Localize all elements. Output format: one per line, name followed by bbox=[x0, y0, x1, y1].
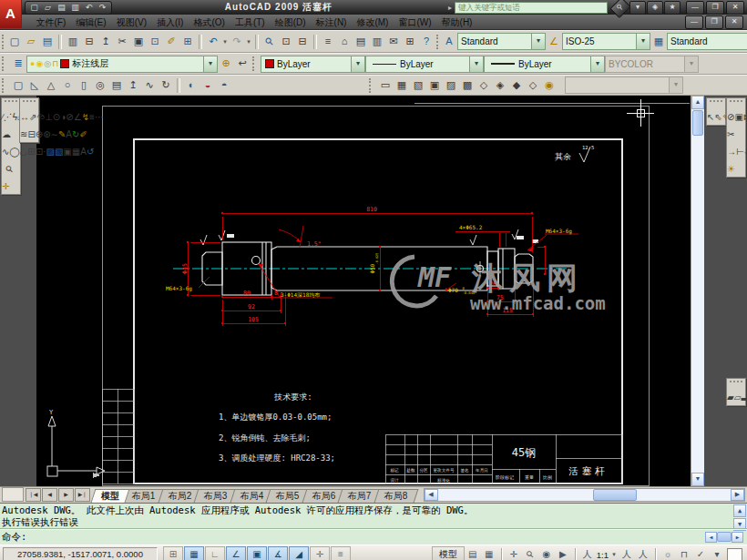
hscrollbar-thumb[interactable] bbox=[593, 489, 637, 501]
toolbar-lock-icon[interactable]: ⊓ bbox=[676, 547, 692, 560]
dim-arc-length-icon[interactable]: ◠ bbox=[36, 112, 45, 122]
toolbar-grip[interactable] bbox=[710, 100, 722, 106]
coordinate-display[interactable]: 27058.9381, -1517.0071, 0.0000 bbox=[3, 547, 158, 560]
tab-prev-button[interactable]: ◀ bbox=[42, 488, 57, 502]
xray-icon[interactable]: ◇ bbox=[525, 77, 541, 94]
dim-jogline-icon[interactable]: ∼ bbox=[51, 129, 58, 139]
scrollbar-thumb[interactable] bbox=[692, 110, 703, 136]
mirror-icon[interactable]: ⋈ bbox=[743, 112, 747, 122]
qnew-icon[interactable]: ▢ bbox=[27, 2, 41, 14]
annotation-visibility-icon[interactable]: 人 bbox=[619, 547, 635, 560]
linetype-combo[interactable]: ByLayer ▾ bbox=[365, 56, 484, 73]
subtract-icon[interactable]: ◒ bbox=[200, 77, 216, 94]
comm-center-icon[interactable]: ◈ bbox=[647, 1, 663, 15]
search-dropdown-icon[interactable]: ▾ bbox=[629, 1, 646, 15]
designcenter-icon[interactable]: ⌂ bbox=[336, 34, 353, 50]
create-camera-icon[interactable]: ◉ bbox=[541, 77, 558, 94]
text-style-icon[interactable]: A bbox=[441, 34, 457, 50]
tab-corner-box[interactable] bbox=[2, 487, 24, 502]
status-menu-arrow-icon[interactable]: ▾ bbox=[709, 547, 725, 560]
quick-view-layouts-icon[interactable]: ▤ bbox=[465, 547, 481, 560]
mtext-icon[interactable]: A bbox=[80, 147, 87, 157]
bring-to-front-icon[interactable]: ▰ bbox=[727, 392, 734, 402]
infocenter-search-input[interactable] bbox=[455, 2, 608, 14]
inspection-icon[interactable]: ⊛ bbox=[43, 129, 50, 139]
command-prompt-line[interactable]: 命令: ◀ ▶ bbox=[0, 528, 747, 545]
break-at-point-icon[interactable]: ⊢ bbox=[736, 147, 744, 157]
help-icon[interactable]: ? bbox=[418, 34, 435, 50]
menu-help[interactable]: 帮助(H) bbox=[436, 15, 477, 29]
menu-format[interactable]: 格式(O) bbox=[189, 15, 230, 29]
new-icon[interactable]: ▢ bbox=[6, 34, 23, 50]
toolbar-grip[interactable] bbox=[730, 100, 742, 106]
scroll-right-icon[interactable]: ▶ bbox=[731, 489, 744, 501]
region-icon[interactable]: ▣ bbox=[63, 147, 71, 157]
canvas-horizontal-scrollbar[interactable]: ◀ ▶ bbox=[424, 488, 746, 502]
copy-object-icon[interactable]: ▣ bbox=[734, 112, 742, 122]
dim-style-icon[interactable]: ✐ bbox=[79, 129, 87, 139]
otrack-toggle[interactable]: ∡ bbox=[268, 546, 288, 560]
menu-dimension[interactable]: 标注(N) bbox=[311, 15, 352, 29]
status-check-icon[interactable]: ✓ bbox=[692, 547, 709, 560]
hatch-icon[interactable]: ▨ bbox=[46, 147, 54, 157]
wedge-icon[interactable]: ◺ bbox=[26, 77, 43, 94]
dim-continue-icon[interactable]: ⋯ bbox=[95, 112, 104, 122]
minimize-button[interactable]: — bbox=[686, 1, 704, 15]
union-icon[interactable]: ◐ bbox=[183, 77, 200, 94]
vs-shaded-icon[interactable]: ▩ bbox=[459, 77, 476, 94]
vs-conceptual-icon[interactable]: ▨ bbox=[443, 77, 459, 94]
dim-style-combo[interactable]: ISO-25▾ bbox=[562, 33, 650, 50]
extrude-icon[interactable]: ↥ bbox=[125, 77, 141, 94]
canvas-vertical-scrollbar[interactable]: ▲ ▼ bbox=[691, 96, 704, 486]
scroll-down-icon[interactable]: ▼ bbox=[691, 473, 704, 486]
toolbar-grip[interactable] bbox=[252, 56, 258, 71]
doc-minimize-button[interactable]: — bbox=[685, 15, 703, 29]
dim-text-edit-icon[interactable]: A bbox=[66, 129, 72, 139]
revolve-icon[interactable]: ↻ bbox=[158, 77, 174, 94]
polar-toggle[interactable]: ∠ bbox=[226, 546, 246, 560]
plot-preview-icon[interactable]: ⊟ bbox=[81, 34, 97, 50]
ellipse-icon[interactable]: ◯ bbox=[9, 147, 19, 157]
tech-requirements[interactable]: 技术要求: 1、单边镀铬厚0.03-0.05mm; 2、锐角倒钝、去除毛刺; 3… bbox=[219, 392, 335, 463]
annotation-scale-arrow-icon[interactable]: ▾ bbox=[609, 547, 619, 560]
shadows-off-icon[interactable]: ◇ bbox=[476, 77, 492, 94]
lwt-toggle[interactable]: ≡ bbox=[331, 546, 351, 560]
snap-toggle[interactable]: ⊞ bbox=[163, 546, 183, 560]
infocenter-expand-icon[interactable]: ▸ bbox=[448, 4, 452, 12]
qopen-icon[interactable]: ▱ bbox=[41, 2, 55, 14]
command-window[interactable]: Autodesk DWG。 此文件上次由 Autodesk 应用程序或 Auto… bbox=[0, 503, 747, 545]
toolbar-grip[interactable] bbox=[2, 56, 7, 71]
matchprop-icon[interactable]: ✐ bbox=[163, 34, 179, 50]
intersect-icon[interactable]: ◓ bbox=[216, 77, 232, 94]
workspace-switch-icon[interactable]: ☼ bbox=[660, 547, 676, 560]
vs-realistic-icon[interactable]: ▣ bbox=[426, 77, 443, 94]
toolbar-grip[interactable] bbox=[2, 35, 4, 49]
menu-file[interactable]: 文件(F) bbox=[31, 15, 71, 29]
drawing-area[interactable]: Y bbox=[36, 96, 691, 486]
close-button[interactable]: ✕ bbox=[726, 1, 744, 15]
qplot-icon[interactable]: ▥ bbox=[68, 2, 82, 14]
dim-ordinate-icon[interactable]: ⊥ bbox=[45, 112, 53, 122]
table-style-combo[interactable]: Standard▾ bbox=[667, 33, 747, 50]
scroll-right-icon[interactable]: ▶ bbox=[732, 532, 743, 543]
make-block-icon[interactable]: ⊡ bbox=[36, 147, 43, 157]
trim-icon[interactable]: ✂ bbox=[727, 129, 734, 139]
redo-dropdown-icon[interactable]: ▾ bbox=[245, 34, 252, 50]
make-layer-current-icon[interactable]: ⊕ bbox=[218, 56, 234, 72]
sphere-icon[interactable]: ○ bbox=[59, 77, 76, 94]
redo-icon[interactable]: ↷ bbox=[229, 34, 245, 50]
combo-arrow-icon[interactable]: ▾ bbox=[351, 56, 364, 72]
save-icon[interactable]: ▤ bbox=[39, 34, 56, 50]
quick-view-drawings-icon[interactable]: ▦ bbox=[481, 547, 497, 560]
free-orbit-icon[interactable]: ↺ bbox=[87, 147, 94, 157]
tab-last-button[interactable]: ▶❘ bbox=[75, 488, 90, 502]
lineweight-combo[interactable]: ByLayer ▾ bbox=[484, 56, 605, 73]
toolbar-grip[interactable] bbox=[730, 381, 742, 386]
tool-palettes-icon[interactable]: ▤ bbox=[353, 34, 369, 50]
toolbar-grip[interactable] bbox=[23, 100, 36, 106]
combo-arrow-icon[interactable]: ▾ bbox=[636, 34, 650, 49]
annotation-scale-value[interactable]: 1:1 bbox=[597, 550, 609, 560]
clean-screen-button[interactable] bbox=[727, 548, 742, 560]
annotation-autoscale-icon[interactable]: 人 bbox=[635, 547, 651, 560]
dyn-toggle[interactable]: ✛ bbox=[310, 546, 330, 560]
